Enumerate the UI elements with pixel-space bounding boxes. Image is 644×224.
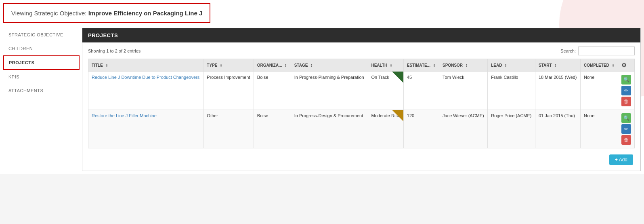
search-label: Search: [560, 49, 576, 53]
project-title-link[interactable]: Reduce Line J Downtime Due to Product Ch… [92, 75, 199, 80]
table-row: Restore the Line J Filler Machine Other … [88, 110, 635, 148]
sort-icon-type: ⇕ [220, 64, 222, 68]
sidebar-item-kpis[interactable]: KPIs [3, 70, 80, 84]
search-input[interactable] [578, 46, 635, 55]
page-title: Improve Efficiency on Packaging Line J [88, 10, 203, 17]
col-health[interactable]: Health ⇕ [368, 59, 403, 72]
col-start[interactable]: Start ⇕ [535, 59, 580, 72]
cell-completed: None [581, 110, 618, 148]
search-area: Search: [560, 46, 635, 55]
add-button-row: + Add [88, 151, 635, 167]
page-header: Viewing Strategic Objective: Improve Eff… [3, 3, 210, 23]
edit-button[interactable]: ✏ [621, 86, 631, 95]
cell-organization: Boise [254, 72, 291, 110]
project-title-link[interactable]: Restore the Line J Filler Machine [92, 113, 157, 118]
sort-icon-completed: ⇕ [612, 64, 615, 68]
health-triangle-icon [392, 110, 403, 121]
sort-icon-title: ⇕ [105, 64, 108, 68]
sidebar-item-projects[interactable]: Projects [3, 55, 80, 70]
sort-icon-org: ⇕ [284, 64, 287, 68]
viewing-label: Viewing Strategic Objective: Improve Eff… [11, 10, 202, 17]
table-row: Reduce Line J Downtime Due to Product Ch… [88, 72, 635, 110]
cell-lead: Roger Price (ACME) [488, 110, 535, 148]
cell-title: Reduce Line J Downtime Due to Product Ch… [88, 72, 203, 110]
cell-type: Process Improvement [203, 72, 254, 110]
projects-table: Title ⇕ Type ⇕ Organiza... ⇕ [88, 59, 635, 148]
cell-lead: Frank Castillo [488, 72, 535, 110]
panel-body: Showing 1 to 2 of 2 entries Search: Titl… [82, 42, 640, 171]
table-header: Title ⇕ Type ⇕ Organiza... ⇕ [88, 59, 635, 72]
sort-icon-lead: ⇕ [504, 64, 507, 68]
col-lead[interactable]: Lead ⇕ [488, 59, 535, 72]
add-button[interactable]: + Add [609, 154, 633, 165]
cell-completed: None [581, 72, 618, 110]
delete-button[interactable]: 🗑 [621, 135, 631, 145]
col-organization[interactable]: Organiza... ⇕ [254, 59, 291, 72]
sort-icon-health: ⇕ [390, 64, 392, 68]
cell-start: 01 Jan 2015 (Thu) [535, 110, 580, 148]
table-controls: Showing 1 to 2 of 2 entries Search: [88, 46, 635, 55]
sidebar-item-children[interactable]: Children [3, 42, 80, 55]
sidebar-item-strategic-objective[interactable]: Strategic Objective [3, 28, 80, 42]
cell-estimated: 120 [403, 110, 439, 148]
viewing-prefix: Viewing Strategic Objective: [11, 10, 86, 17]
cell-title: Restore the Line J Filler Machine [88, 110, 203, 148]
sort-icon-estimated: ⇕ [433, 64, 436, 68]
edit-button[interactable]: ✏ [621, 124, 631, 134]
col-type[interactable]: Type ⇕ [203, 59, 254, 72]
sort-icon-start: ⇕ [554, 64, 557, 68]
cell-actions: 🔍 ✏ 🗑 [618, 110, 635, 148]
action-buttons: 🔍 ✏ 🗑 [621, 75, 631, 106]
cell-start: 18 Mar 2015 (Wed) [535, 72, 580, 110]
cell-sponsor: Jace Wieser (ACME) [439, 110, 488, 148]
col-title[interactable]: Title ⇕ [88, 59, 203, 72]
view-button[interactable]: 🔍 [621, 75, 631, 85]
main-layout: Strategic Objective Children Projects KP… [0, 26, 644, 174]
col-sponsor[interactable]: Sponsor ⇕ [439, 59, 488, 72]
cell-health: Moderate Risk [368, 110, 403, 148]
projects-panel: PROJECTS Showing 1 to 2 of 2 entries Sea… [82, 28, 641, 171]
cell-actions: 🔍 ✏ 🗑 [618, 72, 635, 110]
cell-type: Other [203, 110, 254, 148]
cell-stage: In Progress-Design & Procurement [291, 110, 368, 148]
sidebar-item-attachments[interactable]: Attachments [3, 84, 80, 97]
entries-info: Showing 1 to 2 of 2 entries [88, 49, 141, 53]
sort-icon-sponsor: ⇕ [465, 64, 468, 68]
col-stage[interactable]: Stage ⇕ [291, 59, 368, 72]
cell-sponsor: Tom Wieck [439, 72, 488, 110]
cell-estimated: 45 [403, 72, 439, 110]
cell-health: On Track [368, 72, 403, 110]
col-completed[interactable]: Completed ⇕ [581, 59, 618, 72]
content-area: PROJECTS Showing 1 to 2 of 2 entries Sea… [82, 28, 641, 171]
col-estimated[interactable]: Estimate... ⇕ [403, 59, 439, 72]
delete-button[interactable]: 🗑 [621, 97, 631, 106]
health-label: On Track [371, 75, 390, 80]
health-triangle-icon [392, 72, 403, 83]
sidebar: Strategic Objective Children Projects KP… [3, 28, 82, 171]
panel-header: PROJECTS [82, 28, 640, 42]
cell-organization: Boise [254, 110, 291, 148]
table-body: Reduce Line J Downtime Due to Product Ch… [88, 72, 635, 148]
sort-icon-stage: ⇕ [310, 64, 313, 68]
cell-stage: In Progress-Planning & Preparation [291, 72, 368, 110]
action-buttons: 🔍 ✏ 🗑 [621, 113, 631, 145]
view-button[interactable]: 🔍 [621, 113, 631, 123]
col-actions: ⚙ [618, 59, 635, 72]
